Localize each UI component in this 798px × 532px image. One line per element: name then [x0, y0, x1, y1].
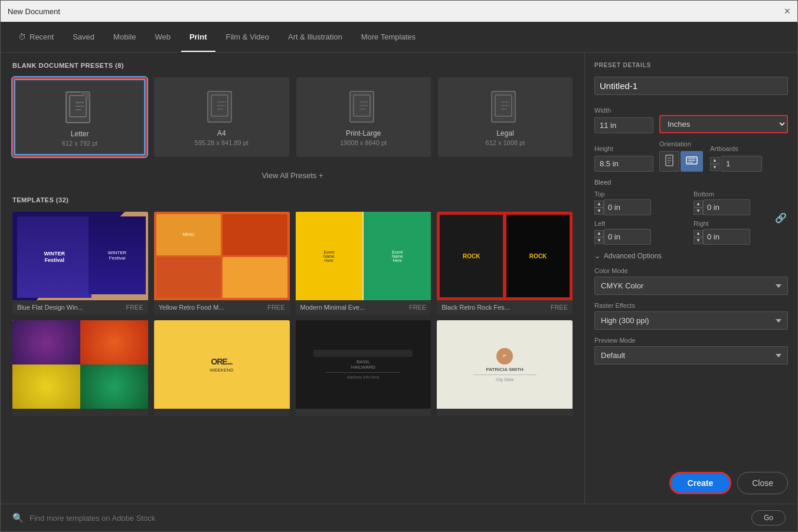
view-all-presets-button[interactable]: View All Presets +	[12, 165, 573, 186]
bottom-search-bar: 🔍 Go	[1, 504, 797, 531]
raster-effects-select[interactable]: High (300 ppi) Medium (150 ppi) Low (72 …	[594, 311, 788, 330]
raster-effects-label: Raster Effects	[594, 302, 788, 309]
template-dark-label	[296, 409, 431, 416]
close-button[interactable]: Close	[737, 472, 788, 494]
preset-legal-size: 612 x 1008 pt	[486, 139, 525, 146]
unit-select[interactable]: Inches Pixels Points Picas Centimeters M…	[659, 115, 788, 133]
bleed-top-input[interactable]	[604, 199, 651, 215]
template-light-label	[437, 409, 573, 416]
orientation-label: Orientation	[659, 140, 703, 147]
template-rock[interactable]: ROCK ROCK Black Retro Rock Fes... FREE	[437, 212, 573, 314]
search-input[interactable]	[30, 514, 745, 523]
color-mode-select[interactable]: CMYK Color RGB Color	[594, 277, 788, 295]
bleed-left-label: Left	[594, 220, 689, 227]
preset-details-title: PRESET DETAILS	[594, 62, 788, 68]
bleed-left-input[interactable]	[604, 229, 651, 245]
width-label: Width	[594, 107, 653, 114]
preset-letter-size: 612 x 792 pt	[62, 140, 98, 147]
preset-letter-name: Letter	[71, 130, 89, 138]
landscape-button[interactable]	[681, 151, 703, 172]
tab-film-video[interactable]: Film & Video	[218, 28, 277, 46]
clock-icon: ⏱	[18, 32, 26, 41]
template-winter[interactable]: WINTERFestival WINTERFestival Blue Flat …	[12, 212, 148, 314]
create-button[interactable]: Create	[669, 472, 732, 494]
bleed-right-label: Right	[694, 220, 788, 227]
tab-print[interactable]: Print	[181, 28, 215, 46]
bleed-left-down[interactable]: ▼	[594, 237, 604, 244]
tab-recent[interactable]: ⏱ Recent	[10, 28, 62, 46]
template-winter-label: Blue Flat Design Win... FREE	[12, 300, 148, 314]
bleed-top-down[interactable]: ▼	[594, 208, 604, 215]
template-weekend-label	[154, 409, 290, 416]
template-food[interactable]: MENU Yellow Retro Food M... FREE	[154, 212, 290, 314]
template-swirl-label	[12, 409, 148, 416]
artboards-down-button[interactable]: ▼	[710, 164, 719, 171]
portrait-button[interactable]	[659, 151, 679, 172]
document-name-input[interactable]	[594, 77, 788, 95]
preview-mode-label: Preview Mode	[594, 337, 788, 344]
left-panel: BLANK DOCUMENT PRESETS (8) Letter 612 x …	[1, 52, 585, 504]
height-orientation-row: Height Orientation	[594, 140, 788, 172]
search-icon: 🔍	[12, 513, 24, 523]
bleed-top-up[interactable]: ▲	[594, 201, 604, 208]
artboards-up-button[interactable]: ▲	[710, 157, 719, 164]
nav-tabs-bar: ⏱ Recent Saved Mobile Web Print Film & V…	[1, 22, 797, 52]
preset-legal[interactable]: Legal 612 x 1008 pt	[438, 77, 573, 157]
right-panel: PRESET DETAILS Width Inches Pixels Point…	[585, 52, 797, 504]
template-swirl[interactable]	[12, 320, 148, 416]
chevron-down-icon: ⌄	[594, 252, 600, 260]
bleed-top-label: Top	[594, 191, 689, 198]
tab-saved[interactable]: Saved	[64, 28, 103, 46]
width-row: Width Inches Pixels Points Picas Centime…	[594, 104, 788, 133]
color-mode-label: Color Mode	[594, 267, 788, 274]
tab-more-templates[interactable]: More Templates	[353, 28, 424, 46]
preset-letter[interactable]: Letter 612 x 792 pt	[12, 77, 147, 157]
go-button[interactable]: Go	[751, 510, 786, 526]
presets-grid: Letter 612 x 792 pt A4 595.28 x 841.89 p…	[12, 77, 573, 157]
window-title: New Document	[8, 7, 60, 16]
tab-web[interactable]: Web	[146, 28, 179, 46]
template-dark-card[interactable]: BASILHAILWARD Address info here	[296, 320, 431, 416]
template-event[interactable]: EventNameHere EventNameHere Modern Minim…	[296, 212, 431, 314]
artboards-input[interactable]	[721, 156, 762, 172]
bleed-bottom-input[interactable]	[703, 199, 750, 215]
preset-print-large-name: Print-Large	[346, 129, 381, 137]
height-label: Height	[594, 145, 653, 152]
template-rock-label: Black Retro Rock Fes... FREE	[437, 300, 573, 314]
width-input[interactable]	[594, 117, 653, 133]
bleed-right-up[interactable]: ▲	[694, 230, 703, 237]
templates-grid: WINTERFestival WINTERFestival Blue Flat …	[12, 212, 573, 314]
tab-art-illustration[interactable]: Art & Illustration	[280, 28, 351, 46]
link-bleed-icon[interactable]: 🔗	[775, 212, 787, 224]
preview-mode-select[interactable]: Default Pixel Overprint	[594, 346, 788, 364]
bleed-bottom-up[interactable]: ▲	[694, 201, 703, 208]
bleed-right-input[interactable]	[703, 229, 750, 245]
bleed-bottom-down[interactable]: ▼	[694, 208, 703, 215]
window-close-button[interactable]: ×	[784, 6, 790, 17]
template-food-label: Yellow Retro Food M... FREE	[154, 300, 290, 314]
template-event-label: Modern Minimal Eve... FREE	[296, 300, 431, 314]
height-input[interactable]	[594, 156, 653, 172]
templates-section-title: TEMPLATES (32)	[12, 196, 573, 203]
bleed-right-down[interactable]: ▼	[694, 237, 703, 244]
tab-mobile[interactable]: Mobile	[105, 28, 144, 46]
template-light-card[interactable]: P PATRICIA SMITH City State	[437, 320, 573, 416]
templates-grid-row2: ORE... WEEKEND BASILHAILWARD	[12, 320, 573, 416]
preset-print-large-size: 19008 x 8640 pt	[340, 139, 387, 146]
template-weekend[interactable]: ORE... WEEKEND	[154, 320, 290, 416]
preset-legal-name: Legal	[496, 129, 514, 137]
preset-print-large[interactable]: Print-Large 19008 x 8640 pt	[296, 77, 431, 157]
preset-a4-name: A4	[217, 129, 226, 137]
bleed-left-up[interactable]: ▲	[594, 230, 604, 237]
bleed-bottom-label: Bottom	[694, 191, 788, 198]
preset-a4-size: 595.28 x 841.89 pt	[195, 139, 248, 146]
bleed-title: Bleed	[594, 179, 788, 186]
bottom-buttons: Create Close	[594, 462, 788, 494]
preset-a4[interactable]: A4 595.28 x 841.89 pt	[154, 77, 289, 157]
artboards-label: Artboards	[710, 145, 762, 152]
advanced-options-toggle[interactable]: ⌄ Advanced Options	[594, 252, 788, 260]
presets-section-title: BLANK DOCUMENT PRESETS (8)	[12, 62, 573, 69]
